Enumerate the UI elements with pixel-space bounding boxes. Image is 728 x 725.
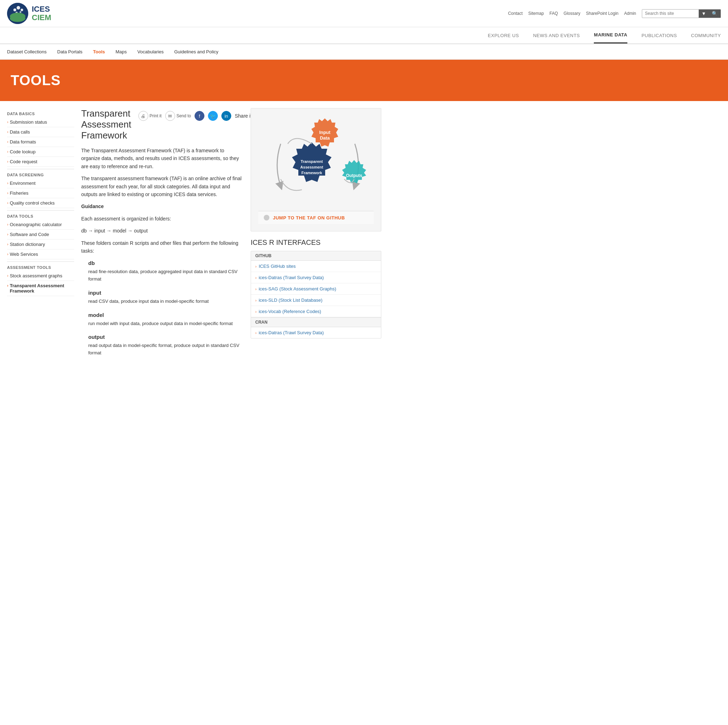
r-link-sag[interactable]: › ices-SAG (Stock Assessment Graphs) [251,284,381,295]
admin-link[interactable]: Admin [624,11,636,16]
sidebar-item-oceanographic[interactable]: › Oceanographic calculator [7,220,74,230]
sidebar-item-software-code[interactable]: › Software and Code [7,230,74,239]
sidebar-item-fisheries[interactable]: › Fisheries [7,188,74,198]
folder-description: run model with input data, produce outpu… [88,320,243,328]
main-nav: EXPLORE US NEWS AND EVENTS MARINE DATA P… [0,27,728,44]
chevron-icon: › [7,149,8,154]
search-input[interactable] [642,9,699,17]
sidebar-item-quality-control[interactable]: › Quality control checks [7,198,74,208]
glossary-link[interactable]: Glossary [563,11,580,16]
sidebar-item-submission-status[interactable]: › Submission status [7,117,74,127]
nav-community[interactable]: COMMUNITY [691,28,721,43]
subnav-vocabularies[interactable]: Vocabularies [137,44,164,59]
logo-area: ICES CIEM [7,3,51,24]
chevron-icon: › [7,191,8,195]
sitemap-link[interactable]: Sitemap [528,11,544,16]
search-submit-button[interactable]: 🔍 [709,9,720,18]
send-button[interactable]: ✉ Send to [165,111,191,121]
taf-github-link[interactable]: JUMP TO THE TAF ON GITHUB [258,211,374,224]
nav-publications[interactable]: PUBLICATIONS [641,28,677,43]
gear-svg: Input Data Transparent Assessment Framew… [260,115,372,207]
sidebar-label: Code lookup [10,149,36,155]
sidebar-item-code-request[interactable]: › Code request [7,157,74,167]
nav-marine[interactable]: MARINE DATA [594,27,627,43]
svg-point-5 [15,12,18,14]
sidebar-label: Station dictionary [10,242,45,247]
r-link-vocab[interactable]: › ices-Vocab (Reference Codes) [251,306,381,317]
sidebar-section-data-tools: DATA TOOLS [7,210,74,220]
print-button[interactable]: 🖨 Print it [138,111,162,121]
nav-news[interactable]: NEWS AND EVENTS [533,28,580,43]
cran-section-title: CRAN [251,317,381,327]
chevron-icon: › [255,298,257,302]
facebook-button[interactable]: f [194,111,204,121]
r-link-datras[interactable]: › ices-Datras (Trawl Survey Data) [251,272,381,284]
r-link-sld[interactable]: › ices-SLD (Stock List Database) [251,295,381,306]
chevron-icon: › [7,201,8,205]
folder-output: output read output data in model-specifi… [88,333,243,357]
folder-db: db read fine-resolution data, produce ag… [88,259,243,283]
sidebar-item-station-dictionary[interactable]: › Station dictionary [7,239,74,250]
nav-explore[interactable]: EXPLORE US [488,28,519,43]
folder-name: output [88,333,243,341]
sidebar-label: Fisheries [10,190,29,196]
printer-icon: 🖨 [138,111,148,121]
email-icon: ✉ [165,111,175,121]
page-title: TOOLS [11,72,717,88]
folder-description: read CSV data, produce input data in mod… [88,298,243,305]
chevron-icon: › [255,276,257,280]
r-link-label: ices-SLD (Stock List Database) [259,297,323,303]
sidebar-item-code-lookup[interactable]: › Code lookup [7,147,74,157]
sidebar-item-stock-assessment[interactable]: › Stock assessment graphs [7,271,74,281]
subnav-tools[interactable]: Tools [93,44,105,59]
chevron-icon: › [7,120,8,124]
twitter-button[interactable]: 🐦 [208,111,218,121]
subnav-datasets[interactable]: Dataset Collections [7,44,47,59]
logo-text: ICES CIEM [32,5,51,22]
r-link-cran-datras[interactable]: › ices-Datras (Trawl Survey Data) [251,327,381,338]
gear-visual: Input Data Transparent Assessment Framew… [260,115,372,207]
sidebar-label: Quality control checks [10,200,55,205]
sidebar-label: Data formats [10,139,36,144]
intro-paragraph-1: The Transparent Assessment Framework (TA… [81,147,243,170]
logo-ciem: CIEM [32,14,51,22]
share-label: Share it [235,113,252,119]
r-link-github-sites[interactable]: › ICES GitHub sites [251,261,381,272]
send-label: Send to [176,113,191,118]
guidance-text: Each assessment is organized in folders: [81,215,243,222]
sidebar-item-environment[interactable]: › Environment [7,178,74,188]
sidebar-section-data-screening: DATA SCREENING [7,169,74,178]
search-box[interactable]: ▼ 🔍 [642,9,721,18]
svg-text:Transparent: Transparent [301,159,323,164]
logo-ices: ICES [32,5,51,14]
sidebar-label: Transparent Assessment Framework [10,283,74,294]
contact-link[interactable]: Contact [508,11,523,16]
sidebar-label: Environment [10,181,36,186]
subnav-portals[interactable]: Data Portals [57,44,83,59]
chevron-icon: › [255,331,257,335]
sidebar-item-data-calls[interactable]: › Data calls [7,127,74,137]
chevron-icon: › [7,252,8,256]
top-bar: ICES CIEM Contact Sitemap FAQ Glossary S… [0,0,728,27]
r-section-github: GitHub › ICES GitHub sites › ices-Datras… [251,251,381,339]
sidebar-item-data-formats[interactable]: › Data formats [7,137,74,147]
linkedin-button[interactable]: in [221,111,231,121]
taf-link-text: JUMP TO THE TAF ON GITHUB [273,215,345,221]
chevron-icon: › [7,284,8,288]
subnav-maps[interactable]: Maps [115,44,127,59]
search-button[interactable]: ▼ [699,9,709,18]
sidebar-item-taf[interactable]: › Transparent Assessment Framework [7,281,74,296]
sidebar-item-web-services[interactable]: › Web Services [7,250,74,259]
chevron-icon: › [7,130,8,134]
folder-model: model run model with input data, produce… [88,311,243,328]
sidebar-label: Stock assessment graphs [10,273,63,278]
svg-point-3 [17,6,20,9]
sidebar-label: Web Services [10,251,38,257]
chevron-icon: › [7,242,8,246]
subnav-guidelines[interactable]: Guidelines and Policy [174,44,219,59]
r-interfaces-title: ICES R INTERFACES [251,239,381,247]
sharepoint-link[interactable]: SharePoint Login [586,11,619,16]
r-link-label: ices-SAG (Stock Assessment Graphs) [259,286,336,291]
faq-link[interactable]: FAQ [549,11,558,16]
svg-point-4 [21,9,23,11]
